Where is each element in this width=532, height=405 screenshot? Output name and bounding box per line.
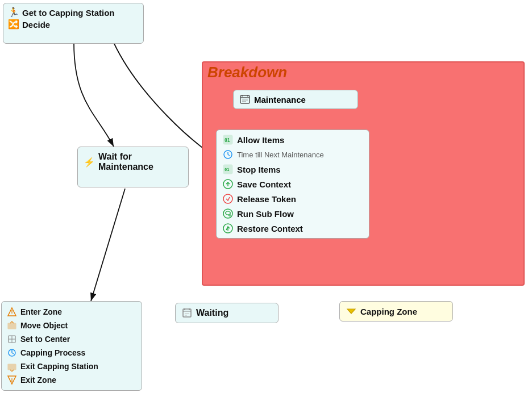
capping-zone-label: Capping Zone — [360, 307, 417, 316]
wait-label: Wait forMaintenance — [98, 152, 153, 172]
restore-context-label: Restore Context — [237, 224, 303, 233]
set-to-center-label: Set to Center — [20, 335, 70, 344]
move-object-row: Move Object — [6, 319, 137, 332]
allow-items-label: Allow Items — [237, 135, 284, 145]
svg-marker-41 — [347, 309, 355, 314]
set-to-center-row: Set to Center — [6, 332, 137, 346]
breakdown-title: Breakdown — [202, 61, 293, 83]
decide-label: Decide — [22, 19, 50, 31]
svg-rect-35 — [183, 309, 191, 317]
exit-zone-label: Exit Zone — [20, 375, 56, 385]
process-block: 01 Allow Items Time till Next Maintenanc… — [216, 130, 369, 239]
proc-allow-items: 01 Allow Items — [217, 132, 369, 147]
get-to-capping-icon: 🏃 — [8, 7, 19, 19]
decide-icon: 🔀 — [8, 19, 19, 31]
waiting-label: Waiting — [196, 308, 228, 318]
save-context-icon — [222, 178, 234, 190]
exit-capping-station-row: Exit Capping Station — [6, 360, 137, 373]
bottom-left-node: Enter Zone Move Object Set to Center Cap… — [1, 301, 142, 391]
set-to-center-icon — [6, 333, 18, 345]
exit-zone-icon — [6, 374, 18, 386]
top-node-row1: 🏃 Get to Capping Station — [8, 7, 139, 19]
time-maintenance-label: Time till Next Maintenance — [237, 151, 324, 159]
svg-rect-4 — [240, 95, 250, 103]
wait-maintenance-node: ⚡ Wait forMaintenance — [77, 147, 189, 187]
enter-zone-icon — [6, 306, 18, 318]
waiting-icon — [181, 307, 193, 319]
maintenance-node: Maintenance — [233, 90, 358, 109]
capping-zone-icon — [346, 306, 357, 317]
svg-point-20 — [223, 209, 232, 218]
flow-canvas: 🏃 Get to Capping Station 🔀 Decide ⚡ Wait… — [0, 0, 532, 405]
proc-run-subflow: Run Sub Flow — [217, 206, 369, 221]
proc-save-context: Save Context — [217, 177, 369, 191]
capping-process-row: Capping Process — [6, 346, 137, 360]
waiting-node: Waiting — [175, 303, 279, 323]
proc-time-maintenance: Time till Next Maintenance — [217, 147, 369, 162]
stop-items-icon: 01 — [222, 164, 234, 175]
svg-rect-25 — [8, 323, 16, 329]
move-object-label: Move Object — [20, 321, 68, 330]
capping-process-label: Capping Process — [20, 348, 85, 357]
proc-restore-context: Restore Context — [217, 221, 369, 236]
capping-process-icon — [6, 347, 18, 358]
run-subflow-label: Run Sub Flow — [237, 209, 294, 219]
allow-items-icon: 01 — [222, 134, 234, 145]
maintenance-label: Maintenance — [254, 95, 306, 105]
svg-line-14 — [228, 155, 230, 156]
wait-icon: ⚡ — [84, 156, 95, 168]
move-object-icon — [6, 320, 18, 331]
release-token-icon — [222, 193, 234, 204]
time-maintenance-icon — [222, 149, 234, 160]
svg-line-31 — [12, 353, 14, 354]
save-context-label: Save Context — [237, 179, 291, 189]
exit-zone-row: Exit Zone — [6, 373, 137, 387]
svg-line-3 — [91, 189, 125, 301]
exit-capping-station-icon — [6, 361, 18, 372]
proc-release-token: Release Token — [217, 191, 369, 206]
restore-context-icon — [222, 223, 234, 234]
exit-capping-station-label: Exit Capping Station — [20, 362, 98, 371]
run-subflow-icon — [222, 208, 234, 219]
svg-point-19 — [223, 194, 232, 203]
stop-items-label: Stop Items — [237, 165, 281, 174]
maintenance-icon — [239, 94, 251, 105]
top-node: 🏃 Get to Capping Station 🔀 Decide — [3, 3, 144, 44]
proc-stop-items: 01 Stop Items — [217, 162, 369, 177]
svg-text:01: 01 — [225, 168, 229, 172]
svg-text:01: 01 — [225, 138, 230, 143]
capping-zone-node: Capping Zone — [339, 301, 453, 322]
get-to-capping-label: Get to Capping Station — [22, 7, 115, 19]
enter-zone-row: Enter Zone — [6, 305, 137, 319]
svg-rect-32 — [8, 364, 16, 370]
release-token-label: Release Token — [237, 194, 296, 204]
enter-zone-label: Enter Zone — [20, 307, 62, 316]
top-node-row2: 🔀 Decide — [8, 19, 139, 31]
